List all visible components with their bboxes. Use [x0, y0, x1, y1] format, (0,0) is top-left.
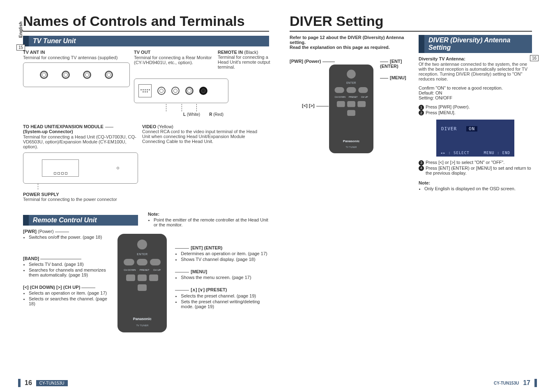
footer-accent-icon [534, 379, 537, 387]
step-4-badge: 4 [419, 166, 424, 171]
menu-head: [MENU] [191, 269, 207, 274]
remote-enter-label: ENTER [137, 253, 147, 256]
ent-b2: Shows TV channel display. (page 18) [181, 257, 269, 262]
remote-up-icon [138, 274, 147, 281]
callout-nav: [<] [>] [302, 103, 315, 108]
callout-ent: [ENT] (ENTER) [380, 59, 402, 69]
remote-in-head: REMOTE IN [218, 50, 243, 55]
pwr-b1: Switches on/off the power. (page 18) [29, 235, 109, 240]
remote-brand: Panasonic [133, 317, 152, 321]
pwr-head: [PWR] [23, 229, 37, 234]
band-b2: Searches for channels and memorizes them… [29, 267, 109, 277]
confirm: Confirm "ON" to receive a good reception… [419, 85, 532, 90]
rca-jack-icon [157, 87, 166, 95]
osd-foot-left: ◂▸ : SELECT [440, 151, 470, 155]
preset-head: [∧] [∨] (PRESET) [191, 287, 227, 292]
video-desc: Connect RCA cord to the video input term… [142, 129, 265, 144]
callout-pwr: [PWR] (Power) [290, 59, 321, 64]
remote-in-color: (Black) [244, 50, 258, 55]
remote-pwr-icon [347, 70, 356, 79]
step-2: Press [MENU]. [426, 110, 456, 115]
page-thumb-left: 15 [16, 44, 25, 51]
page-number-left: 16 [25, 379, 32, 387]
remote-diagram-right: ENTER CH DOWNPRESETCH UP Panasonic TV [290, 50, 417, 157]
band-b1: Selects TV band. (page 18) [29, 262, 109, 267]
remote-ent-btn-icon [346, 87, 356, 93]
power-supply-desc: Terminal for connecting to the power con… [23, 197, 269, 202]
remote-down-icon [138, 284, 147, 291]
tv-terminal-row: TV ANT IN Terminal for connecting TV ant… [23, 50, 269, 117]
preset-b2: Sets the preset channel writing/deleting… [181, 299, 269, 309]
remote-left-icon [126, 274, 135, 281]
remote-band-btn-icon [124, 259, 134, 265]
remote-menu-btn-icon [150, 259, 161, 265]
page-thumb-right: 16 [530, 55, 539, 61]
page-right: English 16 DIVER Setting Refer to page 1… [277, 0, 555, 392]
ent-head: [ENT] (ENTER) [191, 245, 222, 250]
osd-foot-right: MENU : END [484, 151, 510, 155]
step-3: Press [<] or [>] to select "ON" or "OFF"… [426, 160, 504, 165]
antenna-jack-icon [62, 71, 70, 79]
r-color: (Red) [213, 112, 223, 117]
footer-left: 16 CY-TUN153U [18, 379, 68, 387]
l-label: L [183, 112, 186, 117]
setting: Setting: ON/OFF [419, 95, 532, 100]
rca-jack-icon [185, 87, 193, 95]
remote-jack-icon [199, 87, 207, 95]
intro1: Refer to page 12 about the DIVER (Divers… [290, 35, 409, 45]
head-unit-sub: (System-up Connector) [23, 129, 138, 134]
div-desc: Of the two antennae connected to the sys… [419, 62, 532, 81]
section-tv-tuner: TV Tuner Unit [23, 36, 269, 46]
callout-menu: [MENU] [390, 75, 406, 80]
footer-accent-icon [18, 379, 21, 387]
expansion-diagram [23, 152, 138, 184]
din-connector-icon [138, 84, 152, 97]
step-1: Press [PWR] (Power). [426, 104, 470, 109]
remote-in-desc: Terminal for connecting a Head Unit's re… [218, 55, 271, 69]
ch-b2: Selects or searches the channel. (page 1… [29, 296, 109, 306]
step-1-badge: 1 [419, 105, 424, 110]
page-number-right: 17 [523, 379, 530, 387]
remote-down-icon [347, 110, 355, 116]
preset-b1: Selects the preset channel. (page 19) [181, 293, 269, 298]
head-unit-desc: Terminal for connecting a Head Unit (CQ-… [23, 134, 138, 149]
step-2-badge: 2 [419, 110, 424, 115]
video-head: VIDEO [142, 124, 156, 129]
remote-band-btn-icon [335, 87, 344, 93]
model-badge-right: CY-TUN153U [494, 381, 519, 385]
band-head: [BAND] [23, 256, 39, 261]
ch-head: [<] (CH DOWN) [>] (CH UP) [23, 285, 80, 290]
section-remote: Remote Control Unit [23, 215, 138, 226]
note-head: Note: [148, 212, 269, 217]
rca-jack-icon [171, 87, 180, 95]
remote-menu-btn-icon [358, 87, 368, 93]
head-unit-head: TO HEAD UNIT/EXPANSION MODULE [23, 124, 104, 129]
default: Default: ON [419, 90, 532, 95]
remote-right-icon [149, 274, 158, 281]
page-left: English 15 Names of Controls and Termina… [0, 0, 277, 392]
ch-b1: Selects an operation or item. (page 17) [29, 291, 109, 295]
note-remote: Point the emitter of the remote controll… [154, 217, 269, 227]
tv-ant-in-head: TV ANT IN [23, 50, 130, 55]
tv-out-head: TV OUT [134, 50, 212, 55]
pwr-paren: (Power) [38, 229, 54, 234]
remote-sub: TV TUNER [136, 324, 148, 327]
osd-screen: DIVER ON ◂▸ : SELECTMENU : END [436, 120, 514, 157]
video-color: (Yellow) [157, 124, 173, 129]
note-b: Only English is displayed on the OSD scr… [424, 186, 532, 191]
remote-left-icon [337, 101, 345, 107]
antenna-jack-icon [83, 71, 91, 79]
step-3-badge: 3 [419, 160, 424, 166]
osd-main: DIVER [441, 126, 457, 131]
menu-b1: Shows the menu screen. (page 17) [181, 275, 269, 280]
footer-right: 17 CY-TUN153U [494, 379, 537, 387]
r-label: R [209, 112, 212, 117]
tv-ant-in-diagram [23, 62, 130, 87]
osd-value: ON [466, 126, 477, 131]
expansion-row: TO HEAD UNIT/EXPANSION MODULE (System-up… [23, 124, 269, 149]
remote-right-icon [357, 101, 366, 107]
remote-up-icon [347, 101, 355, 107]
mount-hole-icon [117, 167, 119, 169]
remote-columns: [PWR] (Power) Switches on/off the power.… [23, 229, 269, 332]
remote-diagram: ENTER CH DOWNPRESETCH UP Panasonic TV TU… [117, 234, 167, 332]
